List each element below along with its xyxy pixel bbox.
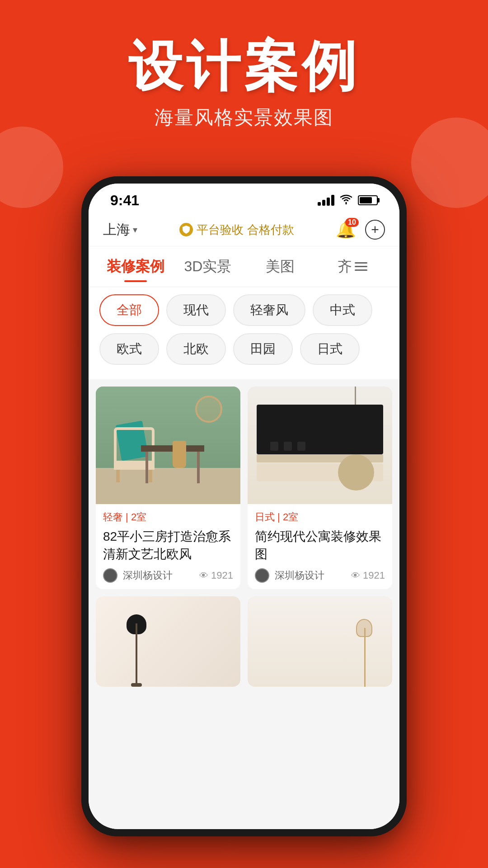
tab-menu-content: 齐 <box>338 257 367 277</box>
card-2-title: 简约现代公寓装修效果图 <box>255 528 385 563</box>
status-time: 9:41 <box>110 192 139 209</box>
card-1-view-count: 1921 <box>211 570 233 581</box>
platform-badge: 平台验收 合格付款 <box>179 222 294 238</box>
style-filters: 全部 现代 轻奢风 中式 欧式 <box>89 287 399 379</box>
decorative-clock <box>195 396 222 423</box>
filter-japanese[interactable]: 日式 <box>300 333 360 365</box>
location-button[interactable]: 上海 ▾ <box>103 221 137 239</box>
card-2-author: 深圳杨设计 <box>275 569 324 582</box>
card-1-title: 82平小三房打造治愈系清新文艺北欧风 <box>103 528 233 563</box>
tab-decoration-label: 装修案例 <box>107 257 164 277</box>
hero-section: 设计案例 海量风格实景效果图 <box>0 0 488 148</box>
tab-menu-label: 齐 <box>338 257 352 277</box>
vase-decoration <box>173 441 186 468</box>
card-2-tag: 日式 | 2室 <box>255 510 385 524</box>
filter-european-label: 欧式 <box>117 342 142 356</box>
add-button[interactable]: + <box>365 220 385 240</box>
tab-decoration[interactable]: 装修案例 <box>99 246 172 287</box>
card-2-info: 日式 | 2室 简约现代公寓装修效果图 深圳杨设计 👁 19 <box>248 504 392 589</box>
filter-all-label: 全部 <box>117 303 142 317</box>
bottom-card-2-image <box>248 596 392 687</box>
status-bar: 9:41 <box>89 184 399 213</box>
floor-lamp-1 <box>123 614 150 687</box>
eye-icon: 👁 <box>199 571 208 581</box>
card-1-views: 👁 1921 <box>199 570 233 581</box>
filter-row-2: 欧式 北欧 田园 日式 <box>99 333 389 365</box>
nav-tabs: 装修案例 3D实景 美图 齐 <box>89 246 399 287</box>
location-text: 上海 <box>103 221 130 239</box>
eye-icon-2: 👁 <box>351 571 360 581</box>
signal-icon <box>318 195 334 206</box>
tab-photos[interactable]: 美图 <box>244 246 316 287</box>
filter-pastoral[interactable]: 田园 <box>233 333 293 365</box>
card-1-avatar <box>103 568 117 583</box>
card-1-tag: 轻奢 | 2室 <box>103 510 233 524</box>
notification-button[interactable]: 🔔 10 <box>336 220 356 240</box>
card-1-info: 轻奢 | 2室 82平小三房打造治愈系清新文艺北欧风 深圳杨设计 👁 <box>96 504 240 589</box>
filter-luxury-label: 轻奢风 <box>250 303 288 317</box>
filter-all[interactable]: 全部 <box>99 294 159 326</box>
tab-photos-label: 美图 <box>266 257 295 277</box>
chevron-down-icon: ▾ <box>133 224 137 235</box>
filter-nordic-label: 北欧 <box>183 342 209 356</box>
tab-3d-label: 3D实景 <box>184 257 232 277</box>
card-2-views: 👁 1921 <box>351 570 385 581</box>
filter-nordic[interactable]: 北欧 <box>166 333 226 365</box>
floor-lamp-2 <box>356 619 374 687</box>
battery-icon <box>358 195 378 205</box>
filter-chinese[interactable]: 中式 <box>313 294 372 326</box>
phone-mockup: 9:41 <box>81 176 407 836</box>
hamburger-icon <box>355 262 367 271</box>
filter-luxury[interactable]: 轻奢风 <box>233 294 305 326</box>
round-table <box>338 454 374 491</box>
filter-pastoral-label: 田园 <box>250 342 276 356</box>
status-icons <box>318 193 378 208</box>
notification-badge: 10 <box>345 218 359 227</box>
card-2[interactable]: 日式 | 2室 简约现代公寓装修效果图 深圳杨设计 👁 19 <box>248 387 392 589</box>
tab-menu[interactable]: 齐 <box>316 246 389 287</box>
hero-title: 设计案例 <box>0 36 488 96</box>
card-1-image <box>96 387 240 504</box>
card-2-avatar <box>255 568 269 583</box>
card-1-author: 深圳杨设计 <box>123 569 173 582</box>
hero-subtitle: 海量风格实景效果图 <box>0 105 488 130</box>
speakers <box>270 442 305 451</box>
add-icon: + <box>371 223 379 236</box>
filter-european[interactable]: 欧式 <box>99 333 159 365</box>
filter-chinese-label: 中式 <box>330 303 355 317</box>
app-header: 上海 ▾ 平台验收 合格付款 🔔 <box>89 213 399 246</box>
bottom-card-grid <box>96 596 392 687</box>
card-2-image <box>248 387 392 504</box>
card-1[interactable]: 轻奢 | 2室 82平小三房打造治愈系清新文艺北欧风 深圳杨设计 👁 <box>96 387 240 589</box>
filter-modern-label: 现代 <box>183 303 209 317</box>
phone-screen: 9:41 <box>89 184 399 829</box>
card-2-footer: 深圳杨设计 👁 1921 <box>255 568 385 583</box>
platform-text: 平台验收 合格付款 <box>197 222 294 238</box>
tab-3d[interactable]: 3D实景 <box>172 246 244 287</box>
filter-row-1: 全部 现代 轻奢风 中式 <box>99 294 389 326</box>
bottom-card-1-image <box>96 596 240 687</box>
card-1-footer: 深圳杨设计 👁 1921 <box>103 568 233 583</box>
shield-icon <box>179 223 193 236</box>
card-2-view-count: 1921 <box>363 570 385 581</box>
card-grid: 轻奢 | 2室 82平小三房打造治愈系清新文艺北欧风 深圳杨设计 👁 <box>96 387 392 589</box>
content-area: 轻奢 | 2室 82平小三房打造治愈系清新文艺北欧风 深圳杨设计 👁 <box>89 379 399 829</box>
bottom-card-2[interactable] <box>248 596 392 687</box>
header-actions: 🔔 10 + <box>336 220 385 240</box>
bottom-card-1[interactable] <box>96 596 240 687</box>
wifi-icon <box>340 193 352 208</box>
filter-japanese-label: 日式 <box>317 342 343 356</box>
phone-frame: 9:41 <box>81 176 407 836</box>
filter-modern[interactable]: 现代 <box>166 294 226 326</box>
